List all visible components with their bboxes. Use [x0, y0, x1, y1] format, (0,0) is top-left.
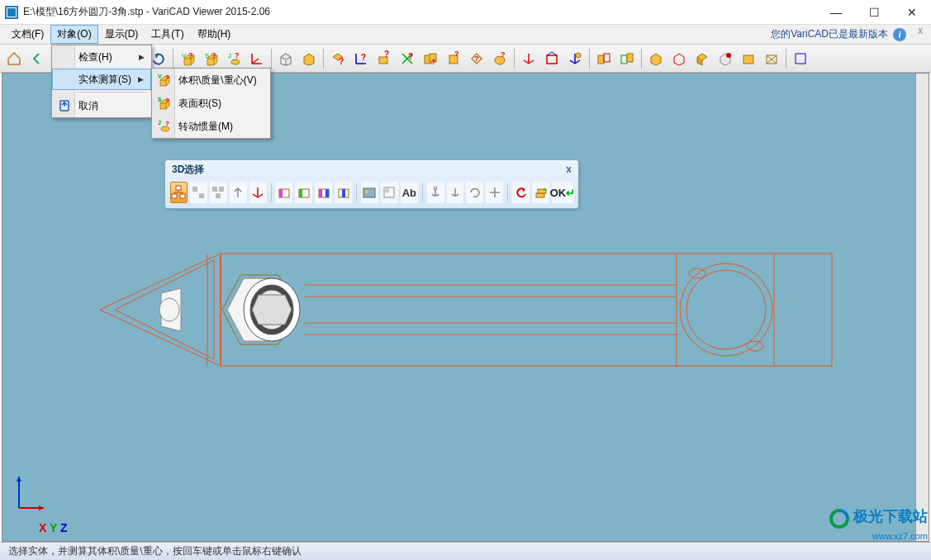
- measure-submenu: V? 体积\质量\重心(V) S? 表面积(S) J? 转动惯量(M): [151, 68, 271, 139]
- submenu-item-volume[interactable]: V? 体积\质量\重心(V): [152, 69, 270, 92]
- fb-anchor2-icon[interactable]: [447, 182, 464, 203]
- svg-text:?: ?: [339, 57, 344, 66]
- tb-query-icon[interactable]: ?: [327, 48, 349, 69]
- axis-z-label: Z: [60, 521, 68, 534]
- fb-anchor-icon[interactable]: [427, 182, 444, 203]
- svg-rect-35: [192, 187, 197, 192]
- tb-view-icon[interactable]: [715, 48, 736, 69]
- tb-box2-icon[interactable]: [616, 48, 638, 69]
- fb-c2-icon[interactable]: [295, 182, 312, 203]
- tb-cube1-icon[interactable]: [275, 48, 297, 69]
- menu-tools[interactable]: 工具(T): [145, 25, 190, 44]
- submenu-label: 表面积(S): [178, 97, 221, 111]
- menu-file[interactable]: 文档(F): [5, 25, 50, 44]
- submenu-item-moment[interactable]: J? 转动惯量(M): [152, 115, 270, 138]
- tb-query-icon[interactable]: ?: [373, 48, 395, 69]
- toolbar-separator: [323, 49, 324, 69]
- svg-text:?: ?: [361, 53, 366, 62]
- svg-text:?: ?: [165, 97, 169, 104]
- tb-view-icon[interactable]: [761, 48, 782, 69]
- tb-axis2-icon[interactable]: [541, 48, 563, 69]
- tb-view-icon[interactable]: [668, 48, 690, 69]
- cad-wireframe: [82, 235, 850, 384]
- update-info-text: 您的VariCAD已是最新版本: [771, 27, 888, 41]
- chevron-right-icon: ▶: [139, 53, 145, 61]
- tb-box1-icon[interactable]: [593, 48, 615, 69]
- dropdown-label: 检查(H): [78, 50, 112, 64]
- fb-c3-icon[interactable]: [315, 182, 332, 203]
- axis-labels: X Y Z: [39, 521, 68, 534]
- menu-display[interactable]: 显示(D): [98, 25, 145, 44]
- dropdown-item-check[interactable]: 检查(H) ▶: [52, 45, 151, 69]
- svg-text:?: ?: [431, 58, 436, 66]
- tb-view-icon[interactable]: [738, 48, 759, 69]
- fb-sq-icon[interactable]: [381, 182, 398, 203]
- svg-text:?: ?: [211, 51, 216, 59]
- fb-separator: [271, 183, 272, 202]
- svg-point-64: [680, 263, 772, 356]
- svg-rect-25: [598, 55, 604, 64]
- cancel-icon: [57, 98, 72, 113]
- float-close-icon[interactable]: x: [566, 164, 572, 175]
- window-title: E:\模型\16方外圆刀-3角.stp - VariCAD Viewer 201…: [23, 5, 817, 19]
- float-toolbar-title-bar[interactable]: 3D选择 x: [165, 160, 578, 178]
- tb-query-icon[interactable]: ?: [466, 48, 487, 69]
- svg-rect-23: [547, 55, 557, 64]
- menubar: 文档(F) 对象(O) 显示(D) 工具(T) 帮助(H) 您的VariCAD已…: [0, 25, 931, 45]
- window-controls: — ☐ ✕: [817, 0, 931, 24]
- viewport-scrollbar[interactable]: [915, 74, 929, 541]
- svg-rect-34: [180, 194, 185, 198]
- maximize-button[interactable]: ☐: [855, 0, 893, 24]
- fb-rotate-icon[interactable]: [466, 182, 483, 203]
- tb-end-icon[interactable]: [790, 48, 811, 69]
- fb-icon[interactable]: [210, 182, 227, 203]
- svg-point-8: [231, 59, 240, 64]
- tb-v-icon[interactable]: V?: [177, 48, 198, 69]
- svg-point-24: [576, 53, 581, 58]
- fb-stack-icon[interactable]: +: [532, 182, 549, 203]
- tb-axis3-icon[interactable]: [564, 48, 586, 69]
- tb-home-icon[interactable]: [3, 48, 25, 69]
- tb-back-icon[interactable]: [26, 48, 48, 69]
- fb-axis-icon[interactable]: [249, 182, 267, 203]
- fb-icon[interactable]: [190, 182, 207, 203]
- svg-rect-39: [216, 193, 221, 198]
- svg-text:?: ?: [408, 52, 413, 61]
- dropdown-item-measure[interactable]: 实体测算(S) ▶: [52, 69, 151, 90]
- cad-viewport[interactable]: 3D选择 x Ab + OK↵: [2, 73, 929, 542]
- tb-j-icon[interactable]: J?: [223, 48, 245, 69]
- fb-undo-icon[interactable]: [512, 182, 530, 203]
- tb-axis1-icon[interactable]: [518, 48, 539, 69]
- tb-view-icon[interactable]: [691, 48, 713, 69]
- fb-separator: [356, 183, 357, 202]
- submenu-item-surface[interactable]: S? 表面积(S): [152, 92, 270, 115]
- svg-text:?: ?: [384, 50, 389, 59]
- menu-object[interactable]: 对象(O): [50, 25, 97, 44]
- menubar-close-icon[interactable]: x: [918, 25, 923, 36]
- fb-c4-icon[interactable]: [335, 182, 352, 203]
- float-toolbar[interactable]: 3D选择 x Ab + OK↵: [164, 159, 579, 209]
- fb-ab-icon[interactable]: Ab: [401, 182, 418, 203]
- minimize-button[interactable]: —: [817, 0, 855, 24]
- tb-query-icon[interactable]: ?: [420, 48, 441, 69]
- tb-axis-icon[interactable]: [246, 48, 268, 69]
- tb-query-icon[interactable]: ?: [397, 48, 418, 69]
- fb-ok-button[interactable]: OK↵: [552, 182, 573, 203]
- statusbar: 选择实体，并测算其体积\质量\重心，按回车键或单击鼠标右键确认: [0, 542, 931, 560]
- close-button[interactable]: ✕: [893, 0, 931, 24]
- dropdown-item-cancel[interactable]: 取消: [52, 94, 151, 117]
- tb-cube2-icon[interactable]: [298, 48, 320, 69]
- svg-rect-54: [536, 193, 544, 197]
- fb-org-icon[interactable]: [170, 182, 188, 203]
- fb-up-icon[interactable]: [230, 182, 247, 203]
- tb-s-icon[interactable]: S?: [200, 48, 221, 69]
- fb-img-icon[interactable]: [361, 182, 378, 203]
- fb-c1-icon[interactable]: [275, 182, 292, 203]
- update-info[interactable]: 您的VariCAD已是最新版本 i: [771, 25, 931, 44]
- fb-move-icon[interactable]: [486, 182, 503, 203]
- tb-query-icon[interactable]: ?: [350, 48, 372, 69]
- menu-help[interactable]: 帮助(H): [191, 25, 238, 44]
- tb-query-icon[interactable]: ?: [489, 48, 511, 69]
- tb-query-icon[interactable]: ?: [443, 48, 464, 69]
- tb-view-icon[interactable]: [645, 48, 667, 69]
